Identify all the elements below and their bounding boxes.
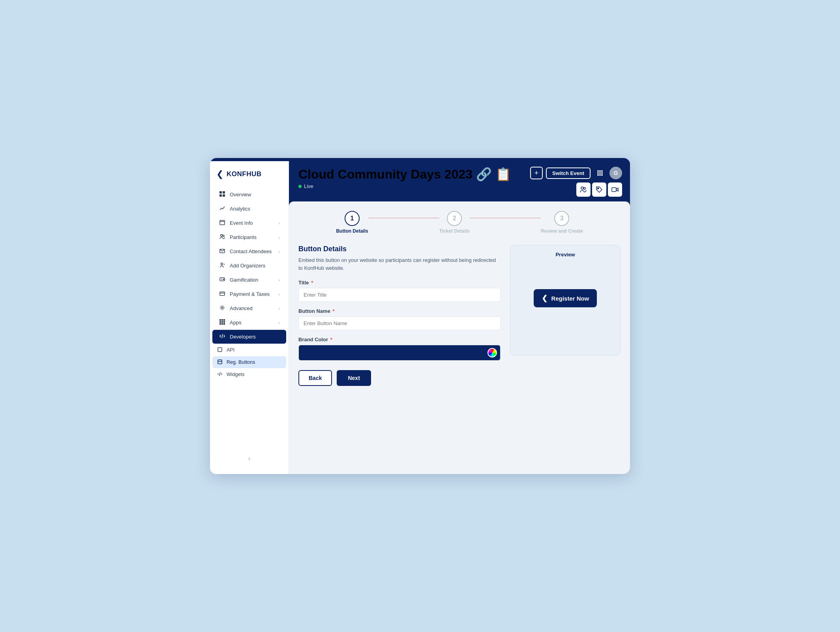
svg-line-31	[222, 334, 223, 338]
status-dot	[298, 185, 302, 188]
form-group-button-name: Button Name *	[298, 308, 501, 330]
apps-icon	[219, 319, 226, 326]
sidebar-sub-reg-buttons[interactable]: Reg. Buttons	[212, 356, 286, 368]
logo-text: KONFHUB	[227, 170, 262, 178]
svg-point-37	[599, 170, 601, 172]
link-icon[interactable]: 🔗	[476, 167, 492, 181]
sidebar-label-analytics: Analytics	[230, 206, 250, 212]
form-section-desc: Embed this button on your website so par…	[298, 256, 501, 272]
svg-rect-0	[219, 191, 222, 194]
color-picker[interactable]	[298, 345, 501, 361]
sidebar-sub-label-api: API	[227, 347, 234, 353]
sidebar-collapse-button[interactable]: ‹	[210, 451, 289, 466]
svg-rect-24	[223, 319, 225, 321]
svg-rect-32	[218, 348, 222, 352]
sidebar-label-advanced: Advanced	[230, 305, 253, 311]
sidebar-item-developers[interactable]: Developers	[212, 330, 286, 344]
svg-point-46	[584, 188, 586, 190]
toolbar-attendees-button[interactable]	[576, 182, 591, 197]
register-now-label: Register Now	[551, 295, 589, 302]
switch-event-button[interactable]: Switch Event	[546, 167, 591, 179]
participants-icon	[219, 234, 226, 241]
svg-rect-23	[221, 319, 223, 321]
svg-rect-3	[223, 194, 225, 197]
button-name-input[interactable]	[298, 316, 501, 330]
sidebar-item-participants[interactable]: Participants ›	[212, 230, 286, 244]
grid-menu-button[interactable]	[594, 167, 606, 179]
svg-point-44	[601, 174, 603, 176]
sidebar-item-advanced[interactable]: Advanced ›	[212, 301, 286, 315]
step-1-circle: 1	[345, 211, 360, 226]
sidebar-sub-label-widgets: Widgets	[227, 372, 244, 377]
sidebar-item-payment-taxes[interactable]: Payment & Taxes ›	[212, 287, 286, 301]
sidebar-item-event-info[interactable]: Event Info ›	[212, 216, 286, 230]
back-button[interactable]: Back	[298, 370, 332, 386]
main-content: Cloud Community Days 2023 🔗 📋 Live + Swi…	[289, 161, 630, 474]
step-1-label: Button Details	[336, 228, 368, 234]
contact-attendees-icon	[219, 248, 226, 255]
svg-point-41	[601, 172, 603, 174]
sidebar-item-analytics[interactable]: Analytics	[212, 202, 286, 216]
event-title: Cloud Community Days 2023 🔗 📋	[298, 167, 511, 182]
step-2-label: Ticket Details	[439, 228, 470, 234]
sidebar-sub-api[interactable]: API	[212, 344, 286, 356]
sidebar-item-add-organizers[interactable]: Add Organizers	[212, 259, 286, 273]
svg-rect-27	[223, 321, 225, 323]
svg-point-18	[223, 279, 224, 280]
preview-label: Preview	[555, 252, 575, 258]
svg-point-36	[597, 170, 599, 172]
form-left: Button Details Embed this button on your…	[298, 245, 501, 386]
logo-icon: ❮	[216, 169, 223, 179]
button-name-required: *	[333, 308, 335, 314]
svg-point-47	[598, 188, 599, 189]
main-header: Cloud Community Days 2023 🔗 📋 Live + Swi…	[289, 161, 630, 201]
copy-icon[interactable]: 📋	[495, 167, 511, 181]
sidebar-sub-widgets[interactable]: Widgets	[212, 369, 286, 380]
title-label: Title *	[298, 280, 501, 286]
register-arrow-icon: ❮	[542, 294, 548, 303]
svg-point-43	[599, 174, 601, 176]
svg-point-39	[597, 172, 599, 174]
svg-line-35	[219, 372, 220, 376]
sidebar-label-add-organizers: Add Organizers	[230, 263, 265, 269]
sidebar-label-gamification: Gamification	[230, 277, 258, 283]
toolbar-video-button[interactable]	[608, 182, 622, 197]
toolbar-tags-button[interactable]	[592, 182, 606, 197]
sidebar-item-contact-attendees[interactable]: Contact Attendees ›	[212, 245, 286, 258]
nav-list: Overview Analytics Event Info ›	[210, 187, 289, 451]
sidebar: ❮ KONFHUB Overview Analytics	[210, 161, 289, 474]
svg-point-38	[601, 170, 603, 172]
color-wheel-icon	[488, 348, 497, 357]
sidebar-label-event-info: Event Info	[230, 220, 253, 226]
step-2-circle: 2	[447, 211, 462, 226]
next-button[interactable]: Next	[337, 370, 371, 386]
event-info-arrow: ›	[278, 221, 280, 226]
stepper: 1 Button Details 2 Ticket Details	[298, 211, 621, 234]
svg-rect-22	[219, 319, 221, 321]
collapse-icon: ‹	[248, 455, 250, 462]
add-button[interactable]: +	[530, 167, 543, 179]
sidebar-label-payment-taxes: Payment & Taxes	[230, 291, 270, 297]
reg-buttons-icon	[216, 359, 223, 365]
sidebar-label-apps: Apps	[230, 320, 242, 325]
logo-area: ❮ KONFHUB	[210, 161, 289, 186]
preview-card: Preview ❮ Register Now	[510, 245, 621, 356]
analytics-icon	[219, 205, 226, 212]
user-avatar[interactable]: G	[609, 167, 622, 179]
contact-attendees-arrow: ›	[278, 249, 280, 254]
sidebar-item-gamification[interactable]: Gamification ›	[212, 273, 286, 287]
sidebar-item-apps[interactable]: Apps ›	[212, 316, 286, 329]
gamification-icon	[219, 276, 226, 283]
svg-point-42	[597, 174, 599, 176]
svg-rect-2	[219, 194, 222, 197]
sidebar-sub-label-reg-buttons: Reg. Buttons	[227, 359, 255, 365]
sidebar-item-overview[interactable]: Overview	[212, 188, 286, 201]
step-1: 1 Button Details	[336, 211, 368, 234]
title-input[interactable]	[298, 288, 501, 302]
svg-rect-29	[221, 323, 223, 325]
step-line-1	[368, 218, 439, 218]
api-icon	[216, 347, 223, 353]
step-3-circle: 3	[554, 211, 569, 226]
brand-color-required: *	[330, 337, 332, 342]
widgets-icon	[216, 371, 223, 378]
